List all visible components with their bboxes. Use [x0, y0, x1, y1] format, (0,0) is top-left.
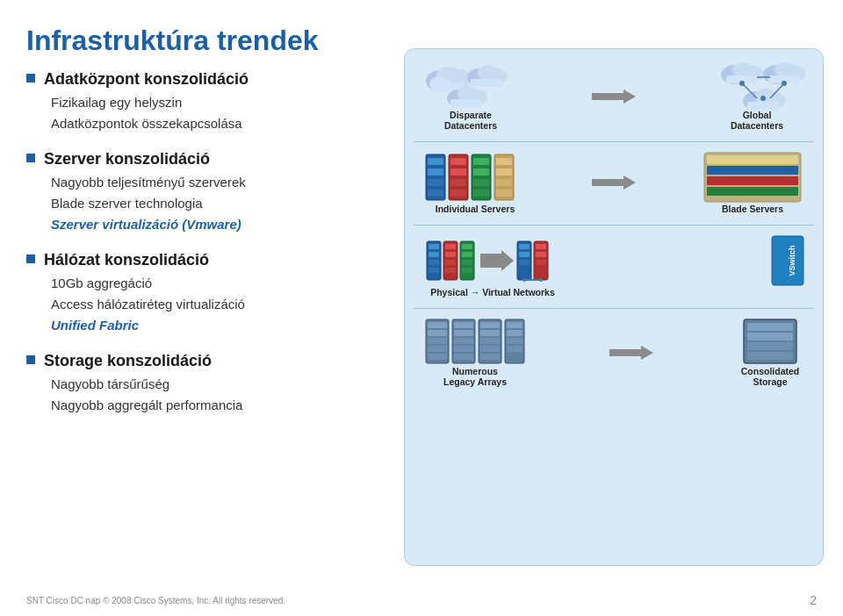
svg-rect-76	[519, 252, 530, 257]
svg-rect-44	[473, 168, 489, 175]
svg-rect-61	[429, 260, 439, 265]
svg-rect-100	[480, 322, 500, 328]
svg-rect-101	[480, 330, 500, 336]
svg-text:VSwitch: VSwitch	[788, 245, 796, 276]
svg-rect-56	[707, 176, 798, 185]
svg-rect-12	[450, 99, 482, 107]
physical-virtual-label: Physical → Virtual Networks	[430, 287, 555, 297]
svg-marker-73	[480, 250, 514, 271]
svg-rect-46	[473, 190, 489, 197]
individual-servers-label: Individual Servers	[436, 204, 515, 214]
bullet-main-2: Szerver konszolidáció	[26, 150, 360, 168]
arrow-1	[592, 86, 636, 107]
svg-point-29	[739, 81, 745, 86]
section-storage: Storage konszolidáció Nagyobb társűrűség…	[26, 352, 360, 416]
global-datacenters: Global Datacenters	[709, 61, 805, 131]
sub-bullets-1: Fizikailag egy helyszin Adatközpontok ös…	[26, 92, 360, 134]
svg-rect-70	[462, 252, 472, 257]
bullet-square-2	[26, 154, 35, 162]
svg-rect-89	[428, 330, 447, 336]
svg-rect-107	[507, 330, 522, 336]
legacy-arrays: Numerous Legacy Arrays	[422, 318, 528, 387]
footer: SNT Cisco DC nap © 2008 Cisco Systems, I…	[26, 593, 817, 607]
legacy-arrays-label: Numerous Legacy Arrays	[443, 366, 507, 387]
svg-rect-64	[445, 244, 456, 249]
svg-rect-39	[450, 168, 466, 175]
bullet-main-3: Hálózat konszolidáció	[26, 251, 360, 269]
svg-rect-79	[536, 244, 546, 249]
page-number: 2	[810, 593, 817, 607]
svg-rect-40	[450, 179, 466, 186]
sub-bullets-4: Nagyobb társűrűség Nagyobb aggregált per…	[26, 374, 360, 416]
svg-rect-54	[707, 155, 798, 164]
svg-rect-50	[496, 179, 512, 186]
diagram-row-2: Individual Servers Blade Servers	[414, 147, 814, 219]
sub-bullet-2-1: Blade szerver technologia	[51, 193, 360, 214]
sub-bullet-2-0: Nagyobb teljesítményű szerverek	[51, 172, 360, 193]
section-szerver: Szerver konszolidáció Nagyobb teljesítmé…	[26, 150, 360, 235]
svg-rect-115	[747, 352, 793, 360]
divider-2	[414, 225, 814, 226]
right-diagram: Disparate Datacenters	[404, 48, 824, 566]
divider-3	[414, 308, 814, 309]
sub-bullet-1-0: Fizikailag egy helyszin	[51, 92, 360, 113]
blade-servers: Blade Servers	[700, 151, 805, 214]
individual-servers: Individual Servers	[422, 151, 528, 214]
svg-rect-98	[454, 354, 473, 360]
svg-rect-48	[496, 158, 512, 165]
svg-rect-109	[507, 346, 522, 352]
svg-rect-49	[496, 168, 512, 175]
sub-bullet-3-1: Access hálózatiréteg virtualizáció	[51, 294, 360, 315]
bullet-square-3	[26, 254, 35, 263]
svg-rect-108	[507, 338, 522, 344]
sub-bullet-1-1: Adatközpontok összekapcsolása	[51, 113, 360, 134]
sub-bullet-3-0: 10Gb aggregáció	[51, 273, 360, 294]
svg-point-84	[539, 278, 543, 282]
svg-rect-102	[480, 338, 500, 344]
svg-rect-45	[473, 179, 489, 186]
bullet-main-text-2: Szerver konszolidáció	[44, 150, 210, 168]
bullet-main-4: Storage konszolidáció	[26, 352, 360, 370]
diagram-row-1: Disparate Datacenters	[414, 58, 814, 136]
svg-rect-112	[747, 323, 793, 331]
svg-rect-51	[496, 190, 512, 197]
svg-rect-95	[454, 330, 473, 336]
svg-rect-71	[462, 260, 472, 265]
svg-rect-34	[428, 168, 443, 175]
left-content: Adatközpont konszolidáció Fizikailag egy…	[26, 70, 360, 432]
sub-bullet-3-2: Unified Fabric	[51, 315, 360, 336]
svg-rect-66	[445, 260, 456, 265]
svg-rect-75	[519, 244, 530, 249]
svg-marker-52	[592, 175, 636, 190]
svg-marker-13	[592, 90, 636, 104]
bullet-main-text-4: Storage konszolidáció	[44, 352, 212, 370]
svg-rect-91	[428, 346, 447, 352]
bullet-square-1	[26, 74, 35, 82]
svg-point-83	[522, 278, 526, 282]
svg-rect-97	[454, 346, 473, 352]
svg-rect-106	[507, 322, 522, 328]
bullet-main-1: Adatközpont konszolidáció	[26, 70, 360, 89]
disparate-datacenters: Disparate Datacenters	[422, 61, 519, 131]
svg-rect-114	[747, 342, 793, 350]
svg-rect-57	[707, 187, 798, 196]
sub-bullet-4-0: Nagyobb társűrűség	[51, 374, 360, 395]
consolidated-storage: Consolidated Storage	[735, 318, 805, 387]
svg-rect-77	[519, 260, 530, 265]
bullet-main-text-3: Hálózat konszolidáció	[44, 251, 209, 269]
svg-rect-113	[747, 333, 793, 340]
diagram-row-3: Physical → Virtual Networks VSwitch VS	[414, 231, 814, 303]
svg-rect-103	[480, 346, 500, 352]
arrow-2	[592, 172, 636, 193]
svg-rect-72	[462, 268, 472, 273]
svg-rect-94	[454, 322, 473, 328]
svg-rect-59	[429, 244, 439, 249]
svg-rect-80	[536, 252, 546, 257]
svg-point-31	[760, 96, 766, 101]
footer-text: SNT Cisco DC nap © 2008 Cisco Systems, I…	[26, 596, 285, 605]
sub-bullet-4-1: Nagyobb aggregált performancia	[51, 395, 360, 416]
global-label: Global Datacenters	[731, 110, 783, 131]
svg-rect-38	[450, 158, 466, 165]
svg-rect-65	[445, 252, 456, 257]
svg-rect-25	[747, 102, 779, 110]
